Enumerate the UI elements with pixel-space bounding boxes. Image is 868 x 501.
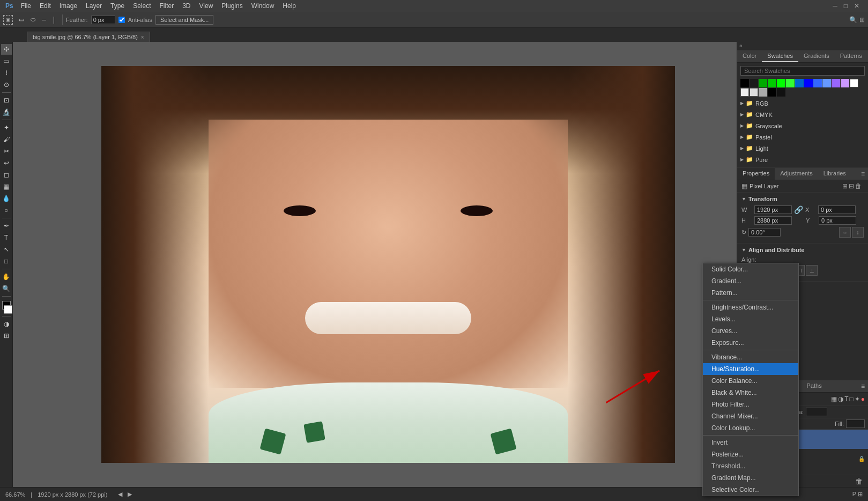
ctx-color-lookup[interactable]: Color Lookup... <box>703 422 798 434</box>
rotation-input[interactable] <box>748 228 781 237</box>
ctx-photo-filter[interactable]: Photo Filter... <box>703 399 798 410</box>
clone-stamp-tool[interactable]: ✂ <box>1 146 12 157</box>
select-mask-button[interactable]: Select and Mask... <box>155 15 214 25</box>
ps-logo[interactable]: Ps <box>2 1 17 11</box>
single-row-btn[interactable]: ─ <box>39 15 49 24</box>
flip-v-btn[interactable]: ↕ <box>852 227 864 238</box>
swatches-search[interactable] <box>740 66 865 76</box>
ctx-invert[interactable]: Invert <box>703 437 798 448</box>
link-icon[interactable]: 🔗 <box>794 205 803 214</box>
x-input[interactable] <box>818 205 856 214</box>
menu-select[interactable]: Select <box>129 1 155 11</box>
search-icon[interactable]: 🔍 <box>849 16 857 24</box>
tab-adjustments[interactable]: Adjustments <box>775 168 818 180</box>
menu-view[interactable]: View <box>195 1 218 11</box>
y-input[interactable] <box>819 216 856 225</box>
ctx-threshold[interactable]: Threshold... <box>703 460 798 472</box>
layers-menu-btn[interactable]: ≡ <box>858 380 868 392</box>
transform-header[interactable]: ▼ Transform <box>741 196 864 202</box>
tab-libraries[interactable]: Libraries <box>818 168 851 180</box>
ctx-exposure[interactable]: Exposure... <box>703 337 798 349</box>
ellipse-select-btn[interactable]: ⬭ <box>28 15 38 24</box>
swatch-black3[interactable] <box>777 88 785 97</box>
document-tab[interactable]: big smile.jpg @ 66.7% (Layer 1, RGB/8) × <box>27 32 150 42</box>
background-color[interactable] <box>4 305 12 314</box>
swatch-blue1[interactable] <box>795 79 804 87</box>
swatch-group-light-header[interactable]: ▶ 📁 Light <box>740 144 865 153</box>
ctx-posterize[interactable]: Posterize... <box>703 448 798 460</box>
swatch-group-pastel-header[interactable]: ▶ 📁 Pastel <box>740 132 865 142</box>
gradient-tool[interactable]: ▦ <box>1 181 12 192</box>
shape-tool[interactable]: □ <box>1 256 12 267</box>
swatch-lightgray[interactable] <box>750 88 758 97</box>
swatch-group-pure-header[interactable]: ▶ 📁 Pure <box>740 155 865 164</box>
blur-tool[interactable]: 💧 <box>1 193 12 204</box>
smart-filter-btn[interactable]: ✦ <box>855 395 860 403</box>
prop-icon-3[interactable]: 🗑 <box>855 182 862 190</box>
menu-3d[interactable]: 3D <box>178 1 195 11</box>
rect-select-btn[interactable]: ▭ <box>16 15 27 24</box>
eyedropper-tool[interactable]: 🔬 <box>1 107 12 117</box>
align-header[interactable]: ▼ Align and Distribute <box>741 247 864 253</box>
hand-tool[interactable]: ✋ <box>1 271 12 282</box>
feather-input[interactable] <box>91 16 115 24</box>
ctx-vibrance[interactable]: Vibrance... <box>703 351 798 363</box>
swatch-green2[interactable] <box>768 79 776 87</box>
swatch-blue3[interactable] <box>813 79 822 87</box>
menu-plugins[interactable]: Plugins <box>217 1 247 11</box>
swatch-black2[interactable] <box>768 88 776 97</box>
opacity-input[interactable] <box>806 408 827 416</box>
tab-properties[interactable]: Properties <box>737 168 775 180</box>
tab-gradients[interactable]: Gradients <box>798 50 835 62</box>
tab-paths[interactable]: Paths <box>802 380 827 392</box>
tab-color[interactable]: Color <box>737 50 762 62</box>
swatch-green3[interactable] <box>777 79 785 87</box>
menu-layer[interactable]: Layer <box>81 1 106 11</box>
tab-patterns[interactable]: Patterns <box>835 50 867 62</box>
swatch-green4[interactable] <box>786 79 795 87</box>
minimize-btn[interactable]: ─ <box>830 2 840 10</box>
align-bottom-btn[interactable]: ⊥ <box>806 265 818 276</box>
ctx-channel-mixer[interactable]: Channel Mixer... <box>703 410 798 422</box>
swatch-purple2[interactable] <box>841 79 849 87</box>
menu-filter[interactable]: Filter <box>155 1 178 11</box>
dodge-tool[interactable]: ○ <box>1 205 12 216</box>
swatch-group-cmyk-header[interactable]: ▶ 📁 CMYK <box>740 110 865 119</box>
zoom-tool[interactable]: 🔍 <box>1 283 12 294</box>
swatch-gray[interactable] <box>759 88 767 97</box>
panel-expand-icon[interactable]: « <box>739 43 743 49</box>
prop-icon-2[interactable]: ⊟ <box>849 182 854 190</box>
ctx-pattern[interactable]: Pattern... <box>703 287 798 299</box>
selection-tool[interactable]: ▭ <box>1 56 12 67</box>
ctx-bw[interactable]: Black & White... <box>703 387 798 399</box>
menu-file[interactable]: File <box>17 1 35 11</box>
ctx-solid-color[interactable]: Solid Color... <box>703 263 798 275</box>
swatch-purple1[interactable] <box>832 79 840 87</box>
move-tool[interactable]: ✣ <box>1 44 12 55</box>
tab-close[interactable]: × <box>141 34 144 40</box>
nav-left[interactable]: ◀ <box>118 491 122 498</box>
pixel-filter-btn[interactable]: ▦ <box>831 395 837 403</box>
ctx-hue-saturation[interactable]: Hue/Saturation... <box>703 363 798 375</box>
nav-right[interactable]: ▶ <box>128 491 132 498</box>
swatch-white2[interactable] <box>740 88 749 97</box>
adjust-filter-btn[interactable]: ◑ <box>838 395 843 403</box>
swatch-black[interactable] <box>740 79 749 87</box>
delete-layer-btn[interactable]: 🗑 <box>855 477 863 485</box>
single-col-btn[interactable]: │ <box>50 15 59 24</box>
close-btn[interactable]: ✕ <box>852 2 862 10</box>
menu-help[interactable]: Help <box>278 1 300 11</box>
height-input[interactable] <box>754 216 792 225</box>
swatch-darkgray[interactable] <box>750 79 758 87</box>
menu-window[interactable]: Window <box>247 1 279 11</box>
crop-tool[interactable]: ⊡ <box>1 95 12 106</box>
properties-menu-btn[interactable]: ≡ <box>858 168 868 180</box>
pen-tool[interactable]: ✒ <box>1 220 12 231</box>
swatch-blue2[interactable] <box>804 79 813 87</box>
menu-image[interactable]: Image <box>55 1 81 11</box>
screen-mode-tool[interactable]: ⊞ <box>1 330 12 341</box>
ctx-curves[interactable]: Curves... <box>703 325 798 337</box>
fill-input[interactable] <box>846 419 865 428</box>
anti-alias-checkbox[interactable] <box>118 17 125 23</box>
maximize-btn[interactable]: □ <box>842 2 850 10</box>
